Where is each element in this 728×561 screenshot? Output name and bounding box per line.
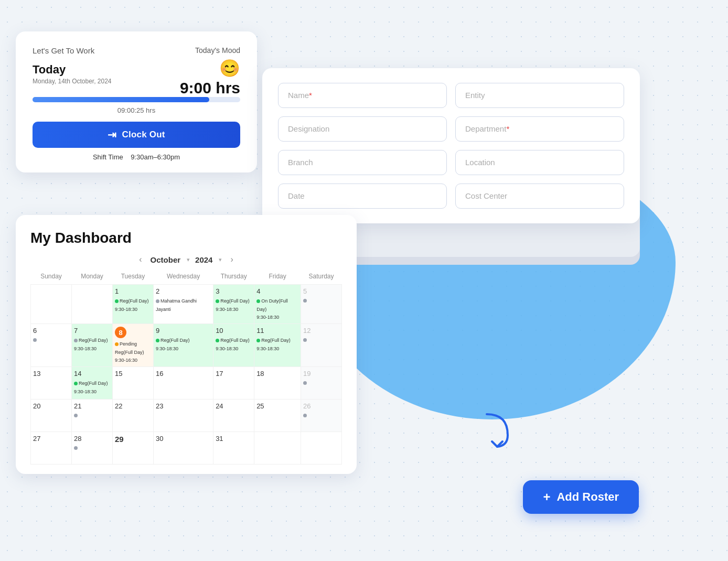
cal-cell-oct22[interactable]: 22 (113, 400, 154, 432)
cal-cell-oct14[interactable]: 14 Reg(Full Day)9:30-18:30 (72, 367, 113, 400)
cal-cell-oct15[interactable]: 15 (113, 367, 154, 400)
branch-field-label: Branch (288, 158, 313, 167)
cal-cell-oct21[interactable]: 21 (72, 400, 113, 432)
cal-day-1: 1 (115, 287, 151, 295)
cal-cell-oct7[interactable]: 7 Reg(Full Day)9:30-18:30 (72, 324, 113, 367)
cal-next-button[interactable]: › (227, 255, 236, 264)
dot-19 (303, 381, 307, 385)
cal-event-9: Reg(Full Day)9:30-18:30 (156, 338, 190, 351)
cal-cell-empty-1 (31, 285, 72, 324)
form-field-name-wrapper: Name* (278, 83, 447, 108)
cal-cell-oct23[interactable]: 23 (154, 400, 213, 432)
cal-row-2: 6 7 Reg(Full Day)9:30-18:30 8 PendingReg… (31, 324, 342, 367)
entity-field-label: Entity (465, 91, 485, 100)
clock-out-button[interactable]: ⇥ Clock Out (33, 122, 240, 148)
dot-26 (303, 414, 307, 417)
cal-event-10: Reg(Full Day)9:30-18:30 (216, 338, 250, 351)
dot-11 (256, 339, 260, 342)
cal-cell-oct20[interactable]: 20 (31, 400, 72, 432)
clock-card-header: Let's Get To Work Today's Mood (33, 46, 240, 55)
cal-day-14: 14 (74, 370, 110, 377)
clock-card: Let's Get To Work Today's Mood Today Mon… (16, 31, 257, 172)
cal-day-26: 26 (303, 402, 339, 410)
cal-cell-oct5[interactable]: 5 (301, 285, 341, 324)
cal-cell-oct10[interactable]: 10 Reg(Full Day)9:30-18:30 (213, 324, 254, 367)
cal-cell-oct6[interactable]: 6 (31, 324, 72, 367)
cal-day-12: 12 (303, 327, 339, 335)
cal-day-16: 16 (156, 370, 211, 377)
today-section: Today Monday, 14th October, 2024 (33, 63, 112, 92)
dot-12 (303, 338, 307, 342)
dot-1 (115, 299, 119, 303)
cal-cell-empty-6 (254, 432, 301, 465)
cal-cell-oct19[interactable]: 19 (301, 367, 341, 400)
dot-9 (156, 339, 159, 342)
arrow-decoration (476, 409, 518, 451)
plus-icon: + (543, 490, 550, 504)
cal-cell-oct26[interactable]: 26 (301, 400, 341, 432)
cal-prev-button[interactable]: ‹ (136, 255, 145, 264)
lets-work-label: Let's Get To Work (33, 46, 94, 55)
cal-year: 2024 (195, 255, 212, 264)
cal-row-3: 13 14 Reg(Full Day)9:30-18:30 15 16 17 1… (31, 367, 342, 400)
cal-row-5: 27 28 29 30 31 (31, 432, 342, 465)
cal-cell-oct29[interactable]: 29 (113, 432, 154, 465)
cal-cell-oct8[interactable]: 8 PendingReg(Full Day)9:30-16:30 (113, 324, 154, 367)
cal-day-22: 22 (115, 402, 151, 410)
cal-cell-oct12[interactable]: 12 (301, 324, 341, 367)
cal-cell-oct27[interactable]: 27 (31, 432, 72, 465)
cal-day-30: 30 (156, 435, 211, 443)
cal-day-20: 20 (33, 402, 69, 410)
cal-day-29: 29 (115, 435, 151, 444)
cal-cell-oct16[interactable]: 16 (154, 367, 213, 400)
dot-21 (74, 414, 78, 417)
form-grid: Name* Entity Designation Department* Bra… (278, 83, 624, 209)
timer-text: 09:00:25 hrs (33, 106, 240, 114)
cal-cell-oct2[interactable]: 2 Mahatma Gandhi Jayanti (154, 285, 213, 324)
cal-cell-oct1[interactable]: 1 Reg(Full Day)9:30-18:30 (113, 285, 154, 324)
form-field-costcenter-wrapper: Cost Center (455, 184, 624, 209)
add-roster-button[interactable]: + Add Roster (523, 480, 639, 514)
cal-cell-oct31[interactable]: 31 (213, 432, 254, 465)
cal-month-dropdown-icon[interactable]: ▾ (187, 256, 190, 263)
dashboard-card: My Dashboard ‹ October ▾ 2024 ▾ › Sunday… (16, 215, 357, 474)
cal-event-14: Reg(Full Day)9:30-18:30 (74, 381, 108, 394)
cal-event-2: Mahatma Gandhi Jayanti (156, 298, 197, 312)
dot-7 (74, 339, 78, 342)
mood-emoji-area: 😊 (180, 58, 240, 78)
dot-2 (156, 299, 159, 303)
cal-day-9: 9 (156, 327, 211, 335)
dot-10 (216, 339, 219, 342)
cal-cell-oct25[interactable]: 25 (254, 400, 301, 432)
cal-cell-oct28[interactable]: 28 (72, 432, 113, 465)
cal-cell-oct17[interactable]: 17 (213, 367, 254, 400)
shift-time: Shift Time 9:30am–6:30pm (33, 153, 240, 161)
cal-cell-oct24[interactable]: 24 (213, 400, 254, 432)
cal-cell-oct18[interactable]: 18 (254, 367, 301, 400)
todays-mood-label: Today's Mood (195, 46, 240, 55)
cal-day-3: 3 (216, 287, 252, 295)
cal-cell-oct13[interactable]: 13 (31, 367, 72, 400)
cal-cell-oct11[interactable]: 11 Reg(Full Day)9:30-18:30 (254, 324, 301, 367)
location-field-label: Location (465, 158, 495, 167)
cal-cell-oct4[interactable]: 4 On Duty(Full Day)9:30-18:30 (254, 285, 301, 324)
clock-date: Monday, 14th October, 2024 (33, 78, 112, 85)
dot-28 (74, 446, 78, 450)
department-field-label: Department* (465, 124, 509, 133)
form-field-designation-wrapper: Designation (278, 116, 447, 142)
cal-cell-oct30[interactable]: 30 (154, 432, 213, 465)
shift-value: 9:30am–6:30pm (131, 153, 180, 161)
cal-day-15: 15 (115, 370, 151, 377)
today-label: Today (33, 63, 112, 77)
cal-year-dropdown-icon[interactable]: ▾ (219, 256, 222, 263)
cal-event-8: PendingReg(Full Day)9:30-16:30 (115, 341, 144, 363)
form-card: Name* Entity Designation Department* Bra… (262, 68, 640, 223)
cal-event-7: Reg(Full Day)9:30-18:30 (74, 338, 108, 351)
cal-cell-oct3[interactable]: 3 Reg(Full Day)9:30-18:30 (213, 285, 254, 324)
calendar-nav: ‹ October ▾ 2024 ▾ › (30, 255, 342, 264)
cal-day-17: 17 (216, 370, 252, 377)
cal-day-23: 23 (156, 402, 211, 410)
clock-out-icon: ⇥ (108, 128, 116, 141)
cal-cell-oct9[interactable]: 9 Reg(Full Day)9:30-18:30 (154, 324, 213, 367)
cal-cell-empty-2 (72, 285, 113, 324)
